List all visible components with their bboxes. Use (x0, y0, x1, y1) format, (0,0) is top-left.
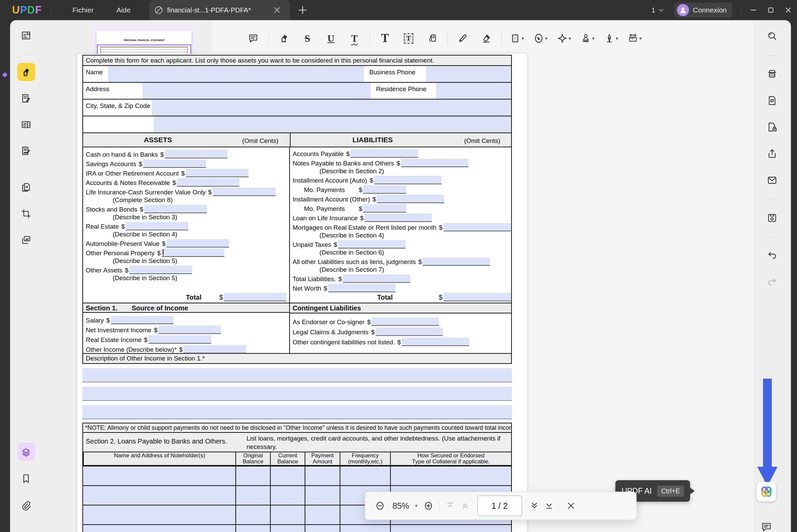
dropdown-caret-icon[interactable]: ▾ (545, 36, 548, 41)
how-secured-cell[interactable] (390, 467, 511, 485)
sidebar-button[interactable] (17, 496, 35, 514)
sidebar-button[interactable] (763, 27, 781, 45)
amount-field[interactable] (111, 316, 173, 324)
address-field[interactable] (143, 83, 371, 99)
dropdown-caret-icon[interactable]: ▾ (521, 36, 524, 41)
toolbar-button[interactable]: ▾ (477, 29, 496, 48)
go-to-bottom-button[interactable] (542, 498, 556, 513)
window-count-dropdown[interactable]: 1 (651, 6, 665, 15)
amount-field[interactable] (376, 327, 443, 336)
city-state-zip-field[interactable] (152, 99, 511, 116)
toolbar-button[interactable]: ▾ (369, 32, 370, 45)
minimize-button[interactable] (744, 0, 762, 20)
payment-amount-cell[interactable] (305, 486, 340, 505)
login-button[interactable]: Connexion (674, 3, 732, 18)
toolbar-button[interactable]: ▾ (578, 29, 597, 48)
close-button[interactable] (779, 0, 797, 20)
amount-field[interactable] (130, 266, 192, 274)
current-balance-cell[interactable] (270, 525, 305, 532)
amount-field[interactable] (343, 274, 410, 283)
sidebar-button[interactable]: OCR (763, 65, 781, 83)
original-balance-cell[interactable] (235, 525, 270, 532)
close-zoombar-button[interactable] (564, 498, 578, 513)
amount-field[interactable] (149, 335, 211, 344)
amount-field[interactable] (158, 325, 221, 334)
sidebar-button[interactable] (17, 89, 35, 107)
description-field[interactable] (82, 387, 512, 401)
toolbar-button[interactable]: T▾ (399, 29, 418, 48)
noteholder-cell[interactable] (83, 506, 235, 524)
next-page-button[interactable] (527, 498, 542, 513)
sidebar-button[interactable] (763, 145, 781, 163)
sidebar-button[interactable] (767, 200, 777, 200)
document-tab[interactable]: financial-st...1-PDFA-PDFA* (149, 0, 290, 20)
updf-ai-button[interactable] (757, 482, 776, 501)
amount-field[interactable] (167, 239, 229, 247)
toolbar-button[interactable]: ▾ (554, 29, 573, 48)
current-balance-cell[interactable] (270, 506, 305, 524)
toolbar-button[interactable]: S▾ (298, 29, 317, 48)
amount-field[interactable] (213, 188, 276, 196)
toolbar-button[interactable]: T▾ (376, 29, 395, 48)
business-phone-field[interactable] (426, 66, 511, 82)
toolbar-button[interactable]: ▾ (602, 29, 621, 48)
toolbar-button[interactable]: ▾ (453, 29, 472, 48)
amount-field[interactable] (377, 195, 444, 203)
current-balance-cell[interactable] (270, 486, 305, 505)
frequency-cell[interactable] (340, 467, 390, 485)
sidebar-button[interactable] (17, 178, 35, 196)
frequency-cell[interactable] (340, 525, 390, 532)
name-field[interactable] (108, 66, 364, 82)
toolbar-button[interactable]: ▾ (274, 29, 293, 48)
amount-field[interactable] (184, 345, 246, 354)
amount-field[interactable] (402, 338, 469, 346)
toolbar-button[interactable]: T▾ (345, 29, 364, 48)
toolbar-button[interactable]: ▾ (244, 29, 263, 48)
zoom-level[interactable]: 85% (387, 501, 414, 511)
amount-field[interactable] (443, 223, 511, 231)
toolbar-button[interactable]: ▾ (625, 29, 644, 48)
amount-field[interactable] (372, 318, 439, 326)
toolbar-button[interactable]: ▾ (268, 32, 269, 45)
menu-item[interactable]: Fichier (72, 6, 94, 14)
original-balance-cell[interactable] (235, 486, 270, 505)
sidebar-button[interactable] (17, 231, 35, 249)
amount-field[interactable] (363, 185, 406, 194)
sidebar-button[interactable] (17, 442, 35, 461)
zoom-dropdown-caret[interactable]: ▾ (415, 503, 418, 509)
sidebar-button[interactable] (21, 170, 31, 170)
sidebar-button[interactable] (763, 92, 781, 109)
amount-field[interactable] (423, 257, 490, 266)
zoom-out-button[interactable] (373, 498, 387, 513)
amount-field[interactable] (126, 222, 188, 230)
noteholder-cell[interactable] (83, 486, 235, 505)
dropdown-caret-icon[interactable]: ▾ (639, 36, 642, 41)
amount-field[interactable] (144, 205, 207, 213)
noteholder-cell[interactable] (83, 525, 235, 532)
previous-page-button[interactable] (458, 498, 473, 513)
sidebar-button[interactable] (17, 141, 35, 160)
amount-field[interactable] (177, 178, 240, 187)
payment-amount-cell[interactable] (305, 467, 340, 485)
sidebar-button[interactable] (767, 56, 777, 56)
amount-field[interactable] (401, 159, 469, 167)
description-field[interactable] (82, 405, 512, 419)
toolbar-button[interactable]: ▾ (501, 32, 502, 45)
sidebar-button[interactable] (17, 205, 35, 223)
amount-field[interactable] (328, 284, 396, 292)
how-secured-cell[interactable] (390, 525, 511, 532)
assets-total-field[interactable] (224, 293, 286, 301)
sidebar-button[interactable] (767, 237, 777, 238)
amount-field[interactable] (186, 169, 248, 177)
toolbar-button[interactable]: ▾ (423, 29, 441, 48)
sidebar-button[interactable] (17, 115, 35, 133)
description-field[interactable] (82, 368, 512, 382)
extra-field[interactable] (154, 116, 511, 133)
amount-field[interactable] (162, 248, 224, 257)
original-balance-cell[interactable] (235, 467, 270, 485)
maximize-button[interactable] (762, 0, 779, 20)
amount-field[interactable] (351, 149, 418, 158)
sidebar-button[interactable] (17, 26, 35, 44)
sidebar-button[interactable] (763, 171, 781, 189)
dropdown-caret-icon[interactable]: ▾ (616, 36, 618, 41)
